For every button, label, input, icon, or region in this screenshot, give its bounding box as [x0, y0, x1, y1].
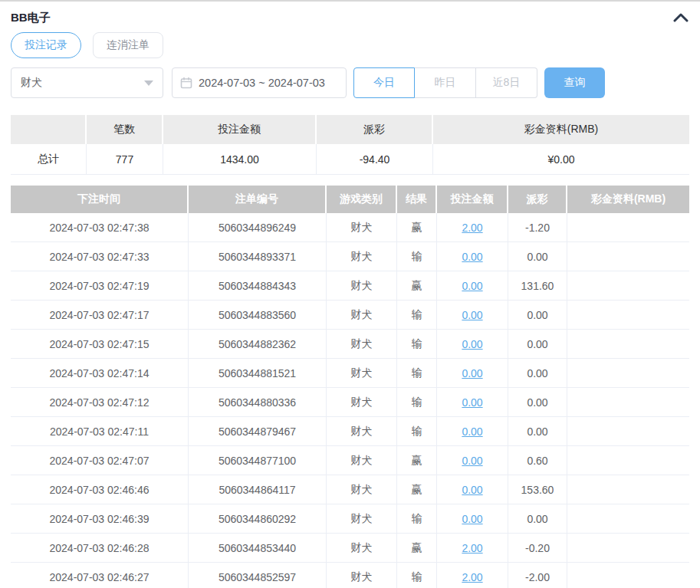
bet-amount-link[interactable]: 0.00	[462, 280, 482, 292]
bet-amount-cell: 0.00	[437, 417, 508, 446]
game-type-cell: 财犬	[327, 330, 397, 359]
bet-amount-link[interactable]: 0.00	[462, 425, 482, 438]
collapse-panel-button[interactable]	[672, 9, 689, 26]
bonus-cell	[567, 359, 689, 388]
bet-amount-cell: 2.00	[437, 213, 508, 242]
result-cell: 输	[397, 242, 437, 271]
summary-total-row: 总计 777 1434.00 -94.40 ¥0.00	[11, 144, 689, 175]
summary-header-blank	[11, 115, 87, 144]
bet-amount-cell: 0.00	[437, 301, 508, 330]
game-select[interactable]: 财犬	[11, 67, 163, 98]
table-row: 2024-07-03 02:47:125060344880336财犬输0.000…	[11, 388, 689, 417]
bet-amount-link[interactable]: 2.00	[462, 571, 482, 583]
table-row: 2024-07-03 02:46:395060344860292财犬输0.000…	[11, 504, 689, 534]
summary-header-bet-amount: 投注金额	[163, 115, 317, 144]
result-cell: 赢	[397, 534, 437, 563]
game-type-cell: 财犬	[327, 563, 397, 588]
result-cell: 赢	[397, 271, 437, 301]
header-bonus: 彩金资料(RMB)	[567, 186, 689, 213]
payout-cell: -2.00	[508, 563, 567, 588]
panel-header: BB电子	[11, 2, 689, 25]
header-game-type: 游戏类别	[327, 186, 397, 213]
table-row: 2024-07-03 02:47:115060344879467财犬输0.000…	[11, 417, 689, 446]
summary-header-bonus: 彩金资料(RMB)	[433, 115, 689, 144]
last-8-days-button[interactable]: 近8日	[476, 67, 537, 98]
yesterday-button[interactable]: 昨日	[415, 67, 476, 98]
result-cell: 输	[397, 504, 437, 534]
header-order-id: 注单编号	[189, 186, 327, 213]
header-payout: 派彩	[508, 186, 567, 213]
summary-total-bonus: ¥0.00	[433, 144, 689, 175]
bet-time-cell: 2024-07-03 02:46:27	[11, 563, 189, 588]
bet-amount-link[interactable]: 0.00	[462, 309, 482, 321]
payout-cell: 131.60	[508, 271, 567, 301]
result-cell: 赢	[397, 446, 437, 475]
bet-amount-cell: 0.00	[437, 446, 508, 475]
tab-bet-records[interactable]: 投注记录	[11, 32, 81, 58]
tab-cancelled-orders[interactable]: 连消注单	[93, 32, 163, 58]
bet-amount-link[interactable]: 2.00	[462, 542, 482, 554]
bet-records-table: 下注时间 注单编号 游戏类别 结果 投注金额 派彩 彩金资料(RMB) 2024…	[11, 186, 689, 588]
bet-amount-link[interactable]: 0.00	[462, 484, 482, 496]
summary-total-label: 总计	[11, 144, 87, 175]
order-id-cell: 5060344853440	[189, 534, 327, 563]
game-type-cell: 财犬	[327, 213, 397, 242]
chevron-down-icon	[144, 80, 153, 86]
bet-time-cell: 2024-07-03 02:47:12	[11, 388, 189, 417]
payout-cell: 0.00	[508, 359, 567, 388]
bet-time-cell: 2024-07-03 02:47:38	[11, 213, 189, 242]
bet-table-header-row: 下注时间 注单编号 游戏类别 结果 投注金额 派彩 彩金资料(RMB)	[11, 186, 689, 213]
game-type-cell: 财犬	[327, 359, 397, 388]
result-cell: 输	[397, 359, 437, 388]
bet-time-cell: 2024-07-03 02:47:14	[11, 359, 189, 388]
bonus-cell	[567, 242, 689, 271]
result-cell: 输	[397, 417, 437, 446]
game-type-cell: 财犬	[327, 301, 397, 330]
bet-amount-link[interactable]: 2.00	[462, 222, 482, 234]
bet-amount-cell: 2.00	[437, 534, 508, 563]
bet-amount-link[interactable]: 0.00	[462, 367, 482, 379]
bet-amount-link[interactable]: 0.00	[462, 513, 482, 525]
bonus-cell	[567, 475, 689, 504]
date-range-input[interactable]: 2024-07-03 ~ 2024-07-03	[172, 67, 347, 98]
header-bet-amount: 投注金额	[437, 186, 508, 213]
bet-time-cell: 2024-07-03 02:46:39	[11, 504, 189, 534]
order-id-cell: 5060344860292	[189, 504, 327, 534]
table-row: 2024-07-03 02:47:175060344883560财犬输0.000…	[11, 301, 689, 330]
table-row: 2024-07-03 02:46:465060344864117财犬赢0.001…	[11, 475, 689, 504]
query-button[interactable]: 查询	[544, 67, 605, 98]
order-id-cell: 5060344884343	[189, 271, 327, 301]
order-id-cell: 5060344893371	[189, 242, 327, 271]
bet-time-cell: 2024-07-03 02:46:46	[11, 475, 189, 504]
today-button[interactable]: 今日	[353, 67, 415, 98]
game-type-cell: 财犬	[327, 417, 397, 446]
bet-time-cell: 2024-07-03 02:47:15	[11, 330, 189, 359]
bet-time-cell: 2024-07-03 02:47:17	[11, 301, 189, 330]
order-id-cell: 5060344896249	[189, 213, 327, 242]
result-cell: 赢	[397, 475, 437, 504]
bet-amount-link[interactable]: 0.00	[462, 338, 482, 350]
table-row: 2024-07-03 02:47:145060344881521财犬输0.000…	[11, 359, 689, 388]
bet-amount-cell: 2.00	[437, 563, 508, 588]
order-id-cell: 5060344852597	[189, 563, 327, 588]
bet-amount-link[interactable]: 0.00	[462, 396, 482, 409]
bet-amount-link[interactable]: 0.00	[462, 455, 482, 467]
bb-games-panel: BB电子 投注记录 连消注单 财犬 2024-07-03 ~ 2024-07-0…	[0, 2, 700, 588]
bonus-cell	[567, 504, 689, 534]
bet-time-cell: 2024-07-03 02:46:28	[11, 534, 189, 563]
bet-amount-cell: 0.00	[437, 475, 508, 504]
payout-cell: -1.20	[508, 213, 567, 242]
bet-amount-link[interactable]: 0.00	[462, 251, 482, 263]
game-select-value: 财犬	[21, 76, 42, 90]
table-row: 2024-07-03 02:47:195060344884343财犬赢0.001…	[11, 271, 689, 301]
order-id-cell: 5060344883560	[189, 301, 327, 330]
order-id-cell: 5060344881521	[189, 359, 327, 388]
bonus-cell	[567, 563, 689, 588]
summary-total-bet-amount: 1434.00	[163, 144, 317, 175]
payout-cell: -0.20	[508, 534, 567, 563]
summary-header-row: 笔数 投注金额 派彩 彩金资料(RMB)	[11, 115, 689, 144]
game-type-cell: 财犬	[327, 475, 397, 504]
header-result: 结果	[397, 186, 437, 213]
payout-cell: 0.00	[508, 301, 567, 330]
bonus-cell	[567, 330, 689, 359]
